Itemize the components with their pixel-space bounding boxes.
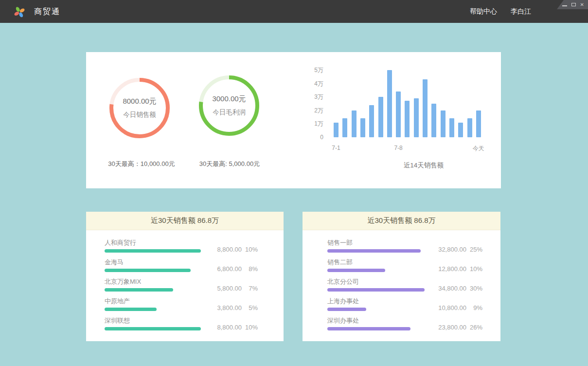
rank-row-amount: 12,800.00 [428,265,466,273]
sales-bar [387,70,392,137]
sales-bar [476,110,481,137]
rank-row-percent: 5% [242,304,258,311]
rank-row-percent: 10% [242,324,258,331]
rank-row-amount: 8,800.00 [204,324,242,331]
sales-bar [431,104,436,137]
rank-row-percent: 10% [466,265,482,273]
rank-row-bar [327,288,425,292]
rank-row-bar [327,327,410,330]
today-profit-value: 3000.00元 [212,94,246,104]
today-profit-label: 今日毛利润 [213,108,246,117]
rank-row: 中原地产3,800.005% [105,297,258,317]
sales-bar [369,105,374,137]
rank-row-value: 12,800.0010% [428,265,482,273]
department-rank-list: 销售一部32,800.0025%销售二部12,800.0010%北京分公司34,… [303,230,500,336]
x-tick-label: 今天 [473,145,484,153]
rank-row-value: 6,800.008% [204,265,258,273]
rank-row-label: 中原地产 [105,297,258,305]
rank-row: 北京分公司34,800.0030% [327,278,482,297]
rank-row-bar [327,269,385,272]
y-tick-label: 4万 [300,80,323,88]
sales-bar [396,92,401,137]
rank-row-value: 8,800.0010% [204,324,258,331]
rank-row-value: 23,800.0026% [428,324,482,331]
rank-row-label: 金海马 [105,258,258,266]
rank-row-percent: 9% [466,304,482,311]
rank-row-percent: 10% [242,246,258,253]
sales-bar [352,110,356,137]
rank-row-label: 深圳联想 [105,317,258,324]
y-tick-label: 3万 [300,93,323,101]
y-tick-label: 1万 [300,120,323,128]
y-tick-label: 2万 [300,107,323,114]
rank-row: 北京万象MIX5,800.007% [105,278,258,297]
rank-row-bar [105,308,157,311]
rank-row-bar [105,249,201,253]
bar-chart-plot [334,69,483,137]
sales-bar [467,118,472,137]
today-profit-donut: 3000.00元 今日毛利润 [197,74,261,137]
sales-bar [441,110,445,137]
rank-row-percent: 26% [466,324,482,331]
rank-row-value: 32,800.0025% [428,246,482,253]
sales-14day-bar-chart: 01万2万3万4万5万 7-17-8今天 近14天销售额 [300,69,499,181]
maximize-button[interactable] [571,3,576,6]
app-title: 商贸通 [34,7,60,17]
rank-row-value: 8,800.0010% [204,246,258,253]
today-sales-donut: 8000.00元 今日销售额 [108,76,171,140]
minimize-button[interactable] [562,3,567,6]
sales-bar [414,98,419,137]
rank-row: 上海办事处10,800.009% [327,297,482,317]
department-sales-rank-card: 近30天销售额 86.8万 销售一部32,800.0025%销售二部12,800… [303,212,500,341]
rank-row-amount: 34,800.00 [428,285,466,292]
rank-row-amount: 32,800.00 [428,246,466,253]
sales-bar [334,123,339,137]
user-menu[interactable]: 李白江 [511,7,531,16]
minimize-icon [562,5,567,6]
help-center-link[interactable]: 帮助中心 [470,7,497,16]
rank-row-percent: 30% [466,285,482,292]
rank-row-amount: 23,800.00 [428,324,466,331]
x-tick-label: 7-1 [332,145,340,151]
summary-card: 8000.00元 今日销售额 3000.00元 今日毛利润 30天最高：10,0… [86,52,501,188]
sales-bar [423,79,428,137]
rank-row-label: 人和商贸行 [105,239,258,246]
close-button[interactable]: ✕ [580,2,584,7]
rank-row-percent: 25% [466,246,482,253]
rank-row-label: 北京分公司 [327,278,482,285]
y-tick-label: 5万 [300,66,323,74]
pinwheel-logo-icon [13,5,26,18]
rank-row: 销售二部12,800.0010% [327,258,482,278]
rank-row-amount: 6,800.00 [204,265,242,273]
sales-bar [360,118,365,137]
rank-row-bar [105,288,173,292]
titlebar: 商贸通 帮助中心 李白江 ✕ [0,0,588,23]
rank-row-label: 上海办事处 [327,297,482,305]
rank-row: 金海马6,800.008% [105,258,258,278]
rank-row-value: 5,800.007% [204,285,258,292]
rank-row-amount: 3,800.00 [204,304,242,311]
x-tick-label: 7-8 [394,145,402,151]
sales-bar [378,97,383,137]
rank-row-percent: 7% [242,285,258,292]
titlebar-menu: 帮助中心 李白江 [470,7,531,16]
maximize-icon [571,3,576,6]
rank-row-percent: 8% [242,265,258,273]
rank-row: 深圳联想8,800.0010% [105,317,258,336]
sales-bar [342,118,347,137]
rank-row-value: 34,800.0030% [428,285,482,292]
sales-bar [458,123,463,137]
customer-rank-title: 近30天销售额 86.8万 [86,212,284,230]
sales-bar [449,118,454,137]
rank-row-amount: 10,800.00 [428,304,466,311]
today-sales-value: 8000.00元 [123,97,156,106]
department-rank-title: 近30天销售额 86.8万 [303,212,500,230]
rank-row-bar [105,269,191,272]
bar-chart-title: 近14天销售额 [334,161,514,170]
today-sales-label: 今日销售额 [123,110,156,119]
rank-row-bar [105,327,201,330]
sales-bar [405,101,410,137]
rank-row-label: 北京万象MIX [105,278,258,285]
rank-row-amount: 8,800.00 [204,246,242,253]
rank-row-value: 10,800.009% [428,304,482,311]
